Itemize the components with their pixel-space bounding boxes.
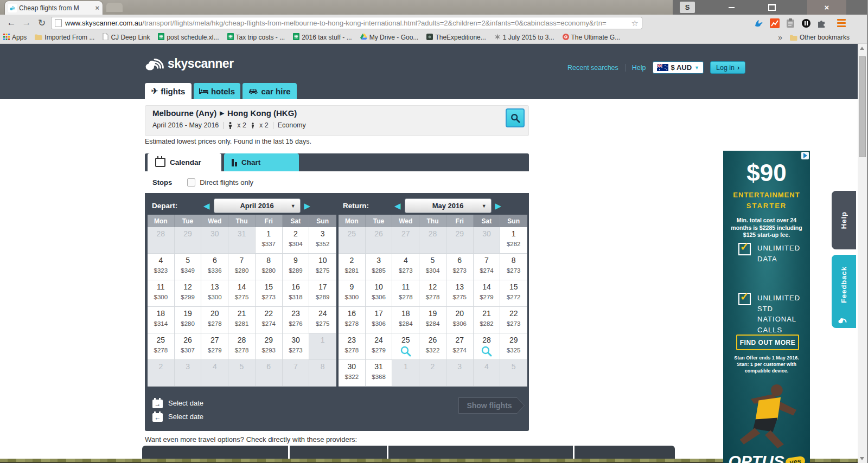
return-day-cell[interactable]: 9$300	[339, 280, 366, 307]
pause-extension-icon[interactable]	[800, 17, 812, 29]
sidebar-ad[interactable]: $90 ENTERTAINMENT STARTER Min. total cos…	[723, 151, 810, 463]
return-day-cell[interactable]: 27$274	[446, 333, 474, 360]
currency-selector[interactable]: $ AUD ▼	[653, 61, 704, 74]
depart-day-cell[interactable]: 10$275	[309, 254, 336, 280]
close-window-button[interactable]: ×	[807, 0, 846, 15]
depart-day-cell[interactable]: 22$274	[256, 307, 283, 333]
depart-day-cell[interactable]: 9$289	[283, 254, 310, 280]
bookmark-item-0[interactable]: Apps	[3, 33, 27, 42]
minimize-button[interactable]	[718, 0, 745, 15]
return-day-cell[interactable]: 28	[474, 333, 501, 360]
return-day-cell[interactable]: 7$274	[474, 254, 501, 280]
help-link[interactable]: Help	[632, 64, 646, 72]
page-scrollbar[interactable]	[858, 44, 867, 463]
depart-day-cell[interactable]: 27$279	[201, 333, 228, 360]
depart-day-cell[interactable]: 20$278	[201, 307, 228, 333]
bookmark-item-5[interactable]: 2016 tax stuff - ...	[293, 33, 352, 42]
depart-day-cell[interactable]: 2$304	[283, 227, 310, 254]
depart-day-cell[interactable]: 18$314	[148, 307, 175, 333]
bookmark-item-2[interactable]: CJ Deep Link	[103, 33, 150, 42]
depart-day-cell[interactable]: 11$300	[148, 280, 175, 307]
browser-tab[interactable]: Cheap flights from M ×	[4, 1, 103, 15]
maximize-button[interactable]	[758, 0, 786, 15]
depart-day-cell[interactable]: 14$275	[228, 280, 256, 307]
return-day-cell[interactable]: 17$306	[366, 307, 393, 333]
bookmark-item-6[interactable]: My Drive - Goo...	[360, 33, 419, 42]
depart-day-cell[interactable]: 12$299	[175, 280, 202, 307]
return-day-cell[interactable]: 4$273	[392, 254, 419, 280]
tab-car-hire[interactable]: car hire	[242, 83, 297, 99]
depart-month-select[interactable]: April 2016 ▼	[214, 198, 301, 213]
adchoices-icon[interactable]	[801, 152, 809, 159]
puzzle-extension-icon[interactable]	[816, 17, 828, 29]
bookmark-item-3[interactable]: post schedule.xl...	[158, 33, 219, 42]
return-day-cell[interactable]: 26$322	[419, 333, 446, 360]
search-button[interactable]	[506, 108, 525, 127]
select-depart-date[interactable]: → Select date	[152, 397, 203, 408]
next-month-icon[interactable]: ▶	[492, 201, 506, 211]
depart-day-cell[interactable]: 28$278	[228, 333, 256, 360]
return-day-cell[interactable]: 3$285	[366, 254, 393, 280]
wave-extension-icon[interactable]	[753, 17, 765, 29]
return-month-select[interactable]: May 2016 ▼	[405, 198, 492, 213]
return-day-cell[interactable]: 6$273	[446, 254, 474, 280]
return-day-cell[interactable]: 5$304	[419, 254, 446, 280]
next-month-icon[interactable]: ▶	[301, 201, 315, 211]
return-day-cell[interactable]: 2$281	[339, 254, 366, 280]
return-day-cell[interactable]: 24$279	[366, 333, 393, 360]
return-day-cell[interactable]: 11$278	[392, 280, 419, 307]
prev-month-icon[interactable]: ◀	[391, 201, 405, 211]
depart-day-cell[interactable]: 5$349	[175, 254, 202, 280]
direct-flights-checkbox[interactable]	[187, 178, 195, 187]
return-day-cell[interactable]: 14$279	[474, 280, 501, 307]
feedback-side-tab[interactable]: Feedback	[832, 255, 856, 328]
bookmark-item-7[interactable]: TheExpeditione...	[426, 33, 486, 42]
select-return-date[interactable]: ← Select date	[152, 411, 203, 422]
other-bookmarks[interactable]: Other bookmarks	[790, 34, 850, 41]
reload-button[interactable]: ↻	[35, 16, 49, 30]
return-day-cell[interactable]: 31$368	[366, 360, 393, 387]
return-day-cell[interactable]: 29$325	[500, 333, 527, 360]
providers-strip[interactable]	[142, 446, 675, 460]
depart-day-cell[interactable]: 23$276	[283, 307, 310, 333]
return-day-cell[interactable]: 19$284	[419, 307, 446, 333]
back-button[interactable]: ←	[4, 16, 18, 30]
depart-day-cell[interactable]: 16$318	[283, 280, 310, 307]
bookmarks-overflow-icon[interactable]: »	[778, 33, 782, 42]
depart-day-cell[interactable]: 29$293	[256, 333, 283, 360]
prev-month-icon[interactable]: ◀	[200, 201, 214, 211]
depart-day-cell[interactable]: 21$281	[228, 307, 256, 333]
depart-day-cell[interactable]: 1$337	[256, 227, 283, 254]
return-day-cell[interactable]: 13$275	[446, 280, 474, 307]
depart-day-cell[interactable]: 30$273	[283, 333, 310, 360]
tab-hotels[interactable]: hotels	[194, 83, 240, 99]
depart-day-cell[interactable]: 19$280	[175, 307, 202, 333]
clipboard-extension-icon[interactable]	[784, 17, 796, 29]
depart-day-cell[interactable]: 6$336	[201, 254, 228, 280]
depart-day-cell[interactable]: 4$323	[148, 254, 175, 280]
depart-day-cell[interactable]: 25$278	[148, 333, 175, 360]
ad-cta-button[interactable]: FIND OUT MORE	[736, 335, 799, 350]
depart-day-cell[interactable]: 3$352	[309, 227, 336, 254]
tab-calendar[interactable]: Calendar	[148, 153, 221, 171]
return-day-cell[interactable]: 21$282	[474, 307, 501, 333]
return-day-cell[interactable]: 10$306	[366, 280, 393, 307]
return-day-cell[interactable]: 12$278	[419, 280, 446, 307]
depart-day-cell[interactable]: 26$307	[175, 333, 202, 360]
skyscanner-logo[interactable]: skyscanner	[145, 56, 234, 71]
bookmark-item-8[interactable]: 1 July 2015 to 3...	[494, 33, 554, 42]
depart-day-cell[interactable]: 24$275	[309, 307, 336, 333]
chart-extension-icon[interactable]	[769, 17, 781, 29]
return-day-cell[interactable]: 30$322	[339, 360, 366, 387]
return-day-cell[interactable]: 15$272	[500, 280, 527, 307]
scrollbar-thumb[interactable]	[859, 56, 866, 157]
new-tab-button[interactable]	[106, 3, 123, 12]
login-button[interactable]: Log in ›	[710, 61, 745, 74]
return-day-cell[interactable]: 25	[392, 333, 419, 360]
depart-day-cell[interactable]: 13$300	[201, 280, 228, 307]
profile-badge[interactable]: S	[680, 2, 695, 13]
tab-close-icon[interactable]: ×	[95, 4, 99, 12]
recent-searches-link[interactable]: Recent searches	[567, 64, 618, 72]
bookmark-item-1[interactable]: Imported From ...	[35, 33, 94, 42]
return-day-cell[interactable]: 1$282	[500, 227, 527, 254]
